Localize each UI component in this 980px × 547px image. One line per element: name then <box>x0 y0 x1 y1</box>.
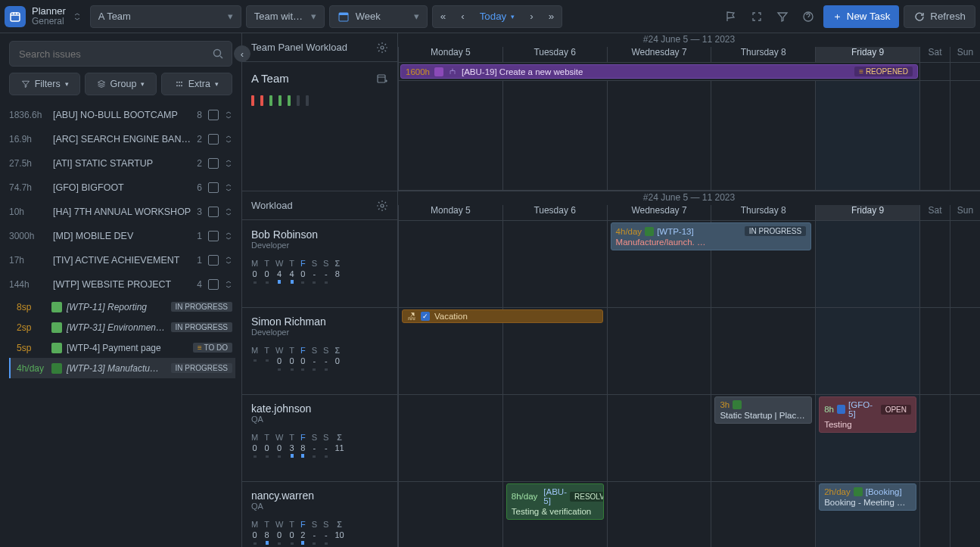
checkbox-icon[interactable] <box>208 110 219 120</box>
task-bar[interactable]: 8h [GFO-5] OPEN Testing <box>819 396 916 433</box>
project-row[interactable]: 16.9h [ARC] SEARCH ENGINE BAND… 2 <box>6 127 235 151</box>
grid-cell[interactable] <box>607 395 711 481</box>
period-select[interactable]: Week ▾ <box>329 5 428 28</box>
checkbox-icon[interactable] <box>208 255 219 266</box>
user-role: QA <box>251 502 388 511</box>
grid-cell[interactable] <box>950 395 980 481</box>
project-row[interactable]: 1836.6h [ABU] NO-BULL BOOTCAMP 8 <box>6 103 235 127</box>
project-row[interactable]: 17h [TIV] ACTIVE ACHIEVEMENT 1 <box>6 248 235 272</box>
task-estimate: 8h <box>824 405 834 414</box>
search-input[interactable] <box>17 48 212 61</box>
svg-point-6 <box>179 82 180 83</box>
checkbox-icon[interactable] <box>208 207 219 217</box>
grid-cell[interactable] <box>815 308 919 394</box>
checkbox-icon[interactable] <box>208 182 219 193</box>
filters-button[interactable]: Filters ▾ <box>9 73 80 95</box>
view-select[interactable]: Team wit… ▾ <box>246 5 325 28</box>
grid-cell[interactable]: 3h Static Startup | Placeholder <box>711 395 815 481</box>
project-row[interactable]: 74.7h [GFO] BIGFOOT 6 <box>6 176 235 200</box>
sort-icon[interactable] <box>225 232 232 241</box>
filter-icon[interactable] <box>772 6 793 27</box>
collapse-sidebar[interactable]: ‹ <box>234 45 250 62</box>
group-button[interactable]: Group ▾ <box>85 73 156 95</box>
grid-cell[interactable] <box>950 308 980 394</box>
sort-icon[interactable] <box>225 207 232 216</box>
refresh-button[interactable]: Refresh <box>904 5 975 28</box>
grid-cell[interactable] <box>502 221 607 307</box>
project-row[interactable]: 3000h [MD] MOBILE DEV 1 <box>6 224 235 248</box>
fullscreen-icon[interactable] <box>746 6 767 27</box>
task-status: RESOLVED <box>570 492 604 502</box>
grid-cell[interactable] <box>950 221 980 307</box>
nav-back[interactable]: ‹ <box>453 6 471 27</box>
new-task-button[interactable]: ＋ New Task <box>823 5 900 28</box>
workload-title: Workload <box>251 200 293 211</box>
sort-icon[interactable] <box>225 159 232 168</box>
grid-cell[interactable]: 4h/day [WTP-13] IN PROGRESS Manufacture/… <box>607 221 711 307</box>
grid-cell[interactable] <box>815 221 919 307</box>
sort-icon[interactable] <box>225 135 232 144</box>
issue-type-icon <box>51 302 62 312</box>
grid-cell[interactable]: 8h [GFO-5] OPEN Testing <box>815 395 919 481</box>
mini-day: M0 <box>251 520 258 545</box>
flag-icon[interactable] <box>720 6 742 27</box>
issue-row[interactable]: 8sp [WTP-11] Reporting IN PROGRESS <box>9 297 235 317</box>
issue-row[interactable]: 4h/day [WTP-13] Manufactu… IN PROGRESS <box>9 358 235 378</box>
user-name: Simon Richman <box>251 315 388 328</box>
grid-cell[interactable] <box>950 482 980 547</box>
checkbox-icon[interactable] <box>208 231 219 241</box>
nav-forward[interactable]: › <box>522 6 540 27</box>
layers-icon <box>97 79 106 89</box>
search-box[interactable] <box>9 41 232 67</box>
grid-cell[interactable]: 2h/day [Booking] Booking - Meeting with … <box>815 482 919 547</box>
issue-row[interactable]: 5sp [WTP-4] Payment page ≡ TO DO <box>9 337 235 358</box>
checkbox-icon[interactable] <box>208 279 219 290</box>
help-icon[interactable] <box>798 6 819 27</box>
grid-cell[interactable] <box>502 395 607 481</box>
team-panel-title: Team Panel Workload <box>251 42 347 53</box>
task-status: ≡ REOPENED <box>854 67 913 76</box>
sort-icon[interactable] <box>225 280 232 289</box>
task-bar[interactable]: 4h/day [WTP-13] IN PROGRESS Manufacture/… <box>611 222 812 250</box>
app-switcher-icon[interactable] <box>73 13 81 20</box>
project-row[interactable]: 144h [WTP] WEBSITE PROJECT 4 <box>6 272 235 297</box>
grid-cell[interactable] <box>711 482 815 547</box>
task-bar[interactable]: 8h/day [ABU-5] RESOLVED Testing & verifi… <box>506 483 604 520</box>
task-bar[interactable]: 🏖 ✓ Vacation <box>402 309 603 323</box>
task-bar[interactable]: 3h Static Startup | Placeholder <box>714 396 812 424</box>
calendar-plus-icon[interactable] <box>376 73 388 85</box>
grid-cell[interactable] <box>607 482 711 547</box>
grid-cell[interactable] <box>398 482 502 547</box>
sort-icon[interactable] <box>225 183 232 192</box>
team-select[interactable]: A Team ▾ <box>90 5 241 28</box>
gear-icon[interactable] <box>376 200 388 212</box>
grid-cell[interactable] <box>919 395 950 481</box>
task-text: Booking - Meeting with PM <box>824 498 911 507</box>
project-row[interactable]: 10h [HA] 7TH ANNUAL WORKSHOP 3 <box>6 200 235 224</box>
mini-day: F8 <box>300 433 306 458</box>
gear-icon[interactable] <box>376 42 388 54</box>
grid-cell[interactable] <box>398 395 502 481</box>
grid-cell[interactable] <box>919 482 950 547</box>
checkbox-icon[interactable] <box>208 134 219 145</box>
sort-icon[interactable] <box>225 110 232 120</box>
grid-cell[interactable] <box>398 221 502 307</box>
project-estimate: 27.5h <box>9 158 47 169</box>
mini-day: T4 <box>289 259 294 284</box>
project-row[interactable]: 27.5h [ATI] STATIC STARTUP 2 <box>6 151 235 176</box>
task-bar[interactable]: 2h/day [Booking] Booking - Meeting with … <box>819 483 916 511</box>
grid-cell[interactable] <box>919 308 950 394</box>
checkbox-icon[interactable] <box>208 158 219 169</box>
extra-button[interactable]: Extra ▾ <box>161 73 232 95</box>
grid-cell[interactable] <box>711 308 815 394</box>
grid-cell[interactable] <box>607 308 711 394</box>
grid-cell[interactable]: 🏖 ✓ Vacation <box>398 308 502 394</box>
issue-row[interactable]: 2sp [WTP-31] Environment s… IN PROGRESS <box>9 317 235 337</box>
sort-icon[interactable] <box>225 256 232 265</box>
nav-today[interactable]: Today▾ <box>472 6 523 27</box>
grid-cell[interactable]: 8h/day [ABU-5] RESOLVED Testing & verifi… <box>502 482 607 547</box>
nav-fast-forward[interactable]: » <box>541 6 562 27</box>
task-bar[interactable]: 1600h [ABU-19] Create a new website ≡ RE… <box>400 64 918 79</box>
grid-cell[interactable] <box>919 221 950 307</box>
nav-fast-back[interactable]: « <box>433 6 453 27</box>
